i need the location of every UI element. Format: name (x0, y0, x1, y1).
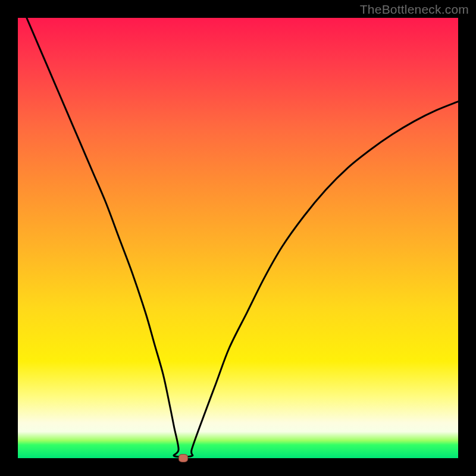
plot-area (18, 18, 458, 458)
minimum-marker (178, 454, 188, 462)
chart-frame: TheBottleneck.com (0, 0, 476, 476)
bottleneck-curve (18, 18, 458, 458)
curve-path (27, 18, 458, 457)
watermark-text: TheBottleneck.com (360, 2, 469, 17)
